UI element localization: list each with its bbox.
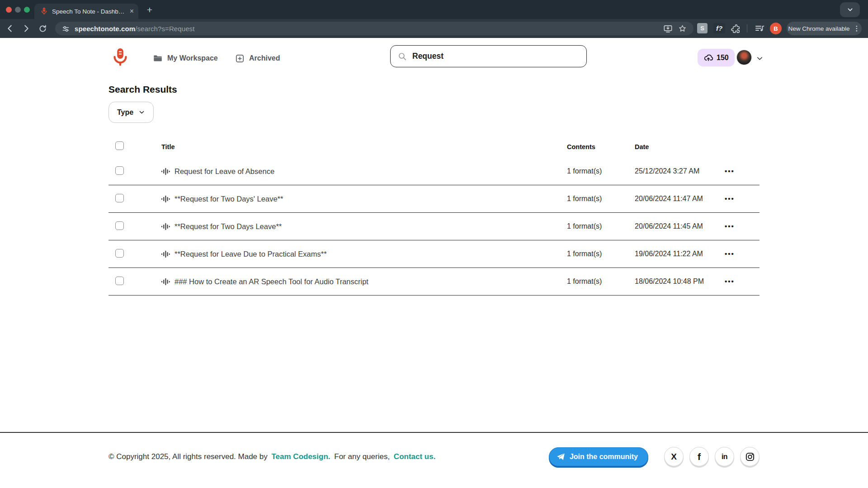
browser-tab[interactable]: Speech To Note - Dashboard × xyxy=(34,4,138,19)
window-close-button[interactable] xyxy=(6,7,12,13)
table-row[interactable]: **Request for Leave Due to Practical Exa… xyxy=(108,240,760,268)
row-menu-button[interactable]: ••• xyxy=(716,195,735,202)
table-row[interactable]: **Request for Two Days' Leave**1 format(… xyxy=(108,185,760,213)
table-header-row: Title Contents Date xyxy=(108,136,760,158)
chevron-down-icon xyxy=(847,6,854,13)
x-icon: X xyxy=(671,452,677,462)
window-minimize-button[interactable] xyxy=(15,7,21,13)
row-date: 20/06/2024 11:45 AM xyxy=(635,222,716,230)
table-row[interactable]: Request for Leave of Absence1 format(s)2… xyxy=(108,158,760,185)
toolbar-divider xyxy=(747,24,747,33)
media-controls-icon[interactable] xyxy=(753,23,766,34)
row-title[interactable]: ### How to Create an AR Speech Tool for … xyxy=(175,277,368,286)
row-title[interactable]: Request for Leave of Absence xyxy=(175,167,274,176)
tab-title: Speech To Note - Dashboard xyxy=(52,8,126,15)
browser-chrome: Speech To Note - Dashboard × + xyxy=(0,0,868,38)
tab-strip: Speech To Note - Dashboard × + xyxy=(0,0,868,19)
credits-badge[interactable]: 150 xyxy=(698,49,735,66)
waveform-icon xyxy=(161,223,170,230)
footer-actions: Join the community X f in xyxy=(549,447,760,466)
search-input[interactable] xyxy=(412,52,579,61)
row-checkbox[interactable] xyxy=(115,249,124,258)
url-path: /search?s=Request xyxy=(135,25,194,33)
tab-close-icon[interactable]: × xyxy=(130,8,134,15)
nav-archived[interactable]: Archived xyxy=(235,38,280,79)
queries-text: For any queries, xyxy=(334,452,390,461)
search-box[interactable] xyxy=(390,45,587,67)
chrome-update-label: New Chrome available xyxy=(788,25,850,32)
browser-profile-avatar[interactable]: B xyxy=(770,23,782,34)
row-contents: 1 format(s) xyxy=(567,222,635,230)
team-codesign-link[interactable]: Team Codesign. xyxy=(272,452,330,461)
waveform-icon xyxy=(161,250,170,258)
contact-us-link[interactable]: Contact us. xyxy=(394,452,436,461)
row-checkbox[interactable] xyxy=(115,166,124,175)
back-button[interactable] xyxy=(5,23,15,34)
install-app-icon[interactable] xyxy=(663,23,673,34)
social-x-button[interactable]: X xyxy=(664,447,684,466)
user-avatar[interactable] xyxy=(736,50,752,65)
extension-s-icon[interactable]: S xyxy=(697,23,708,33)
table-row[interactable]: ### How to Create an AR Speech Tool for … xyxy=(108,268,760,296)
url-host: speechtonote.com xyxy=(75,25,135,33)
row-menu-button[interactable]: ••• xyxy=(716,277,735,285)
select-all-checkbox[interactable] xyxy=(115,141,124,150)
main-content: Search Results Type Title Contents Date … xyxy=(0,84,868,296)
row-date: 25/12/2024 3:27 AM xyxy=(635,167,716,175)
social-linkedin-button[interactable]: in xyxy=(715,447,734,466)
extensions-puzzle-icon[interactable] xyxy=(730,23,741,34)
instagram-icon xyxy=(745,452,755,462)
nav-my-workspace-label: My Workspace xyxy=(167,54,218,62)
column-header-date: Date xyxy=(635,143,716,150)
row-title[interactable]: **Request for Leave Due to Practical Exa… xyxy=(175,250,327,258)
row-title[interactable]: **Request for Two Days' Leave** xyxy=(175,195,283,203)
tab-search-button[interactable] xyxy=(840,2,860,17)
waveform-icon xyxy=(161,195,170,203)
row-menu-button[interactable]: ••• xyxy=(716,222,735,230)
row-title[interactable]: **Request for Two Days Leave** xyxy=(175,222,282,231)
site-settings-icon[interactable] xyxy=(61,24,70,33)
chevron-down-icon xyxy=(138,109,145,116)
nav-archived-label: Archived xyxy=(249,54,280,62)
archive-icon xyxy=(235,54,245,63)
table-body: Request for Leave of Absence1 format(s)2… xyxy=(108,158,760,296)
cloud-upload-icon xyxy=(703,53,713,63)
join-community-label: Join the community xyxy=(570,453,638,461)
forward-button[interactable] xyxy=(21,23,32,34)
row-date: 18/06/2024 10:48 PM xyxy=(635,277,716,286)
type-filter-dropdown[interactable]: Type xyxy=(108,102,154,123)
new-tab-button[interactable]: + xyxy=(144,4,156,16)
app-header: My Workspace Archived 150 xyxy=(0,38,868,79)
kebab-menu-icon[interactable]: ⋮ xyxy=(853,24,860,33)
footer: © Copyright 2025, All rights reserved. M… xyxy=(0,432,868,488)
folder-icon xyxy=(153,53,163,63)
copyright-prefix: © Copyright 2025, All rights reserved. M… xyxy=(108,452,268,461)
url-bar[interactable]: speechtonote.com/search?s=Request xyxy=(55,22,693,35)
row-menu-button[interactable]: ••• xyxy=(716,250,735,258)
waveform-icon xyxy=(161,168,170,175)
join-community-button[interactable]: Join the community xyxy=(549,447,648,466)
row-contents: 1 format(s) xyxy=(567,167,635,175)
waveform-icon xyxy=(161,278,170,286)
results-table: Title Contents Date Request for Leave of… xyxy=(108,136,760,296)
social-instagram-button[interactable] xyxy=(740,447,760,466)
row-contents: 1 format(s) xyxy=(567,195,635,203)
row-menu-button[interactable]: ••• xyxy=(716,167,735,175)
extension-fonts-icon[interactable]: f? xyxy=(713,23,725,33)
table-row[interactable]: **Request for Two Days Leave**1 format(s… xyxy=(108,213,760,240)
window-controls xyxy=(6,7,30,13)
bookmark-star-icon[interactable] xyxy=(678,24,687,33)
app-logo-mic-icon[interactable] xyxy=(111,47,130,71)
nav-my-workspace[interactable]: My Workspace xyxy=(153,38,218,79)
account-chevron-down-icon[interactable] xyxy=(756,55,764,64)
social-facebook-button[interactable]: f xyxy=(689,447,709,466)
column-header-title: Title xyxy=(161,143,567,150)
reload-button[interactable] xyxy=(37,23,48,34)
window-zoom-button[interactable] xyxy=(24,7,30,13)
row-checkbox[interactable] xyxy=(115,221,124,230)
chrome-update-button[interactable]: New Chrome available ⋮ xyxy=(787,22,862,35)
row-contents: 1 format(s) xyxy=(567,250,635,258)
row-checkbox[interactable] xyxy=(115,194,124,202)
row-checkbox[interactable] xyxy=(115,277,124,285)
row-date: 19/06/2024 11:22 AM xyxy=(635,250,716,258)
